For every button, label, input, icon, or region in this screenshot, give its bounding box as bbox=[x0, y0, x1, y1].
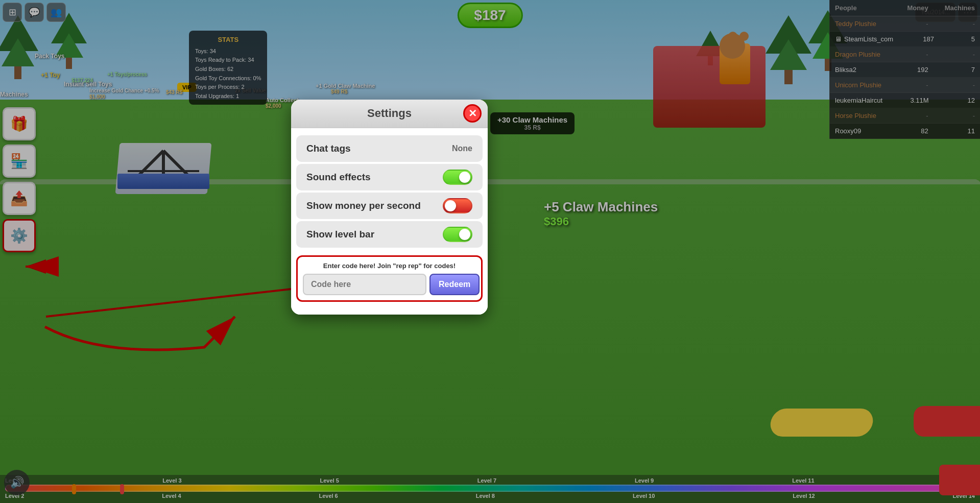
money-per-second-knob bbox=[445, 200, 456, 211]
money-per-second-row: Show money per second bbox=[296, 193, 483, 219]
code-hint: Enter code here! Join "rep rep" for code… bbox=[303, 262, 476, 270]
chat-tags-row: Chat tags None bbox=[296, 135, 483, 162]
show-level-bar-label: Show level bar bbox=[306, 229, 374, 240]
chat-tags-value: None bbox=[452, 144, 472, 153]
settings-modal: Settings ✕ Chat tags None Sound effects … bbox=[291, 100, 488, 315]
modal-title: Settings bbox=[367, 107, 412, 119]
sound-effects-knob bbox=[459, 172, 470, 183]
modal-close-button[interactable]: ✕ bbox=[463, 104, 482, 123]
show-level-bar-knob bbox=[459, 229, 470, 240]
show-level-bar-toggle[interactable] bbox=[443, 227, 472, 242]
sound-effects-row: Sound effects bbox=[296, 164, 483, 190]
modal-body: Chat tags None Sound effects Show money … bbox=[291, 128, 488, 315]
redeem-button[interactable]: Redeem bbox=[429, 274, 480, 295]
sound-effects-label: Sound effects bbox=[306, 172, 371, 183]
money-per-second-label: Show money per second bbox=[306, 200, 421, 211]
money-per-second-toggle[interactable] bbox=[443, 198, 472, 213]
modal-overlay: Settings ✕ Chat tags None Sound effects … bbox=[0, 0, 980, 503]
show-level-bar-row: Show level bar bbox=[296, 221, 483, 248]
chat-tags-label: Chat tags bbox=[306, 143, 351, 154]
code-input-row: Redeem bbox=[303, 274, 476, 295]
sound-effects-toggle[interactable] bbox=[443, 170, 472, 185]
code-input[interactable] bbox=[303, 274, 426, 295]
modal-title-bar: Settings ✕ bbox=[291, 100, 488, 128]
code-section: Enter code here! Join "rep rep" for code… bbox=[296, 255, 483, 302]
